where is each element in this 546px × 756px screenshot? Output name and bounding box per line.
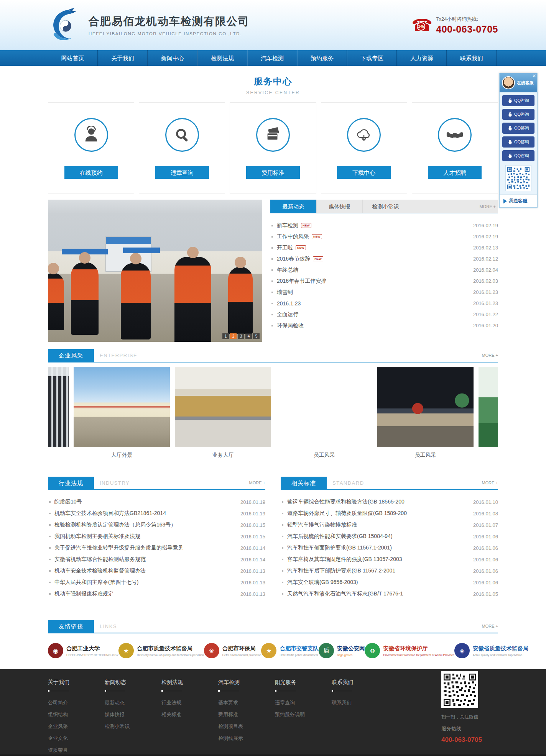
qq-consult-button-2[interactable]: QQ咨询 (502, 109, 534, 120)
standard-row[interactable]: 汽车后视镜的性能和安装要求(GB 15084-94)2016.01.06 (281, 531, 498, 542)
partner-traffic-police[interactable]: ★ 合肥市交警支队Hefei traffic police detachment (261, 643, 319, 658)
nav-item-inspection[interactable]: 汽车检测 (247, 50, 297, 66)
service-card-violation[interactable]: 违章查询 (139, 102, 225, 194)
standard-row[interactable]: 天然气汽车和液化石油气汽车标志(GB/T 17676-12016.01.05 (281, 588, 498, 600)
industry-row[interactable]: 安徽省机动车综合性能检测站服务规范2016.01.14 (48, 554, 265, 565)
links-tab[interactable]: 友情链接 (48, 620, 94, 633)
service-card-recruit[interactable]: 人才招聘 (412, 102, 498, 194)
gallery-photo-partial-right[interactable] (479, 367, 498, 447)
partner-anhui-quality-bureau[interactable]: ◈ 安徽省质量技术监督局Anhui quality and technical … (454, 643, 528, 658)
footer-link[interactable]: 企业风采 (48, 720, 105, 732)
qq-consult-button-3[interactable]: QQ咨询 (502, 123, 534, 134)
tab-latest-news[interactable]: 最新动态 (270, 200, 316, 213)
footer-link[interactable]: 资质荣誉 (48, 744, 105, 756)
news-row[interactable]: 年终总结2016.02.04 (270, 264, 498, 276)
standard-row[interactable]: 轻型汽车排气污染物排放标准2016.01.07 (281, 519, 498, 531)
news-row[interactable]: 2016.1.232016.01.23 (270, 298, 498, 309)
news-row[interactable]: 工作中的风采NEW2016.02.19 (270, 231, 498, 242)
violation-query-button[interactable]: 违章查询 (155, 166, 209, 179)
footer-link[interactable]: 媒体快报 (105, 708, 161, 720)
close-icon[interactable]: ✕ (532, 74, 536, 78)
footer-link[interactable]: 检测小常识 (105, 720, 161, 732)
industry-more-link[interactable]: MORE + (249, 477, 265, 489)
news-row[interactable]: 全面运行2016.01.22 (270, 309, 498, 320)
footer-link[interactable]: 违章查询 (275, 697, 332, 708)
recruitment-button[interactable]: 人才招聘 (428, 166, 482, 179)
footer-link[interactable]: 预约服务说明 (275, 708, 332, 720)
gallery-item[interactable]: 员工风采 (276, 367, 372, 459)
standard-row[interactable]: 营运车辆综合性能要求和检验方法(GB 18565-2002016.01.10 (281, 496, 498, 508)
qq-consult-button-1[interactable]: QQ咨询 (502, 95, 534, 106)
download-center-button[interactable]: 下载中心 (337, 166, 391, 179)
online-booking-button[interactable]: 在线预约 (64, 166, 118, 179)
footer-link[interactable]: 组织结构 (48, 708, 105, 720)
partner-anhui-epd[interactable]: ♻ 安徽省环境保护厅Environmental Protection Depar… (365, 643, 454, 658)
partner-anhui-police-net[interactable]: 盾 安徽公安网ahga.gov.cn (319, 643, 365, 658)
service-card-download[interactable]: 下载中心 (321, 102, 407, 194)
industry-row[interactable]: 关于促进汽车维修业转型升级提升服务质量的指导意见2016.01.14 (48, 542, 265, 554)
partner-hefei-epa[interactable]: ❀ 合肥市环保局Hefei environmental protection (204, 643, 261, 658)
nav-item-regulations[interactable]: 检测法规 (197, 50, 247, 66)
footer-link[interactable]: 联系我们 (332, 697, 388, 708)
footer-link[interactable]: 企业文化 (48, 732, 105, 744)
company-logo[interactable]: 合肥易佰龙机动车检测有限公司 HEFEI YIBAILONG MOTOR VEH… (48, 8, 250, 43)
gallery-item[interactable]: 员工风采 (377, 367, 474, 459)
standard-more-link[interactable]: MORE + (482, 477, 498, 489)
carousel-page-1[interactable]: 1 (222, 333, 229, 339)
nav-item-about[interactable]: 关于我们 (98, 50, 148, 66)
news-row[interactable]: 瑞雪到2016.01.23 (270, 287, 498, 298)
service-card-fees[interactable]: 费用标准 (230, 102, 316, 194)
photo-carousel[interactable]: 1 2 3 4 5 (48, 200, 262, 342)
carousel-page-3[interactable]: 3 (238, 333, 244, 339)
standard-tab[interactable]: 相关标准 (281, 477, 327, 489)
carousel-page-2-active[interactable]: 2 (230, 333, 237, 339)
industry-tab[interactable]: 行业法规 (48, 477, 94, 489)
partner-hefei-quality-bureau[interactable]: ★ 合肥市质量技术监督局Hefei city bureau of quality… (118, 643, 204, 658)
footer-link[interactable]: 相关标准 (161, 708, 218, 720)
news-row[interactable]: 新车检测NEW2016.02.19 (270, 220, 498, 231)
news-row[interactable]: 2016年春节工作安排2016.02.03 (270, 276, 498, 287)
links-more-link[interactable]: MORE + (482, 620, 498, 633)
industry-row[interactable]: 机动车强制报废标准规定2016.01.13 (48, 588, 265, 600)
i-am-agent-link[interactable]: 我是客服 (500, 194, 537, 207)
partner-hfut[interactable]: ◉ 合肥工业大学HEFEI UNIVERSITY OF TECHNOLOGY (48, 643, 118, 658)
footer-link[interactable]: 检测线展示 (218, 732, 275, 744)
standard-row[interactable]: 汽车安全玻璃(GB 9656-2003)2016.01.06 (281, 577, 498, 588)
nav-item-downloads[interactable]: 下载专区 (347, 50, 397, 66)
industry-row[interactable]: 检验检测机构资质认定管理办法（总局令第163号）2016.01.15 (48, 519, 265, 531)
standard-row[interactable]: 道路车辆外廓尺寸、轴荷及质量限值(GB 1589-2002016.01.08 (281, 508, 498, 519)
tab-inspection-tips[interactable]: 检测小常识 (362, 200, 408, 213)
news-row[interactable]: 2016春节致辞NEW2016.02.12 (270, 253, 498, 264)
nav-item-booking[interactable]: 预约服务 (297, 50, 347, 66)
standard-row[interactable]: 汽车和挂车侧面防护要求(GB 11567.1-2001)2016.01.06 (281, 542, 498, 554)
qq-consult-button-4[interactable]: QQ咨询 (502, 136, 534, 148)
gallery-item[interactable]: 业务大厅 (175, 367, 271, 459)
nav-item-hr[interactable]: 人力资源 (397, 50, 447, 66)
industry-row[interactable]: 我国机动车检测主要相关标准及法规2016.01.15 (48, 531, 265, 542)
gallery-item[interactable]: 大厅外景 (74, 367, 170, 459)
news-row[interactable]: 环保局验收2016.01.20 (270, 320, 498, 331)
industry-row[interactable]: 机动车安全技术检验项目和方法GB21861-20142016.01.19 (48, 508, 265, 519)
news-row[interactable]: 开工啦NEW2016.02.13 (270, 242, 498, 253)
footer-link[interactable]: 公司简介 (48, 697, 105, 708)
tab-media-report[interactable]: 媒体快报 (316, 200, 362, 213)
fee-standard-button[interactable]: 费用标准 (246, 166, 300, 179)
industry-row[interactable]: 机动车安全技术检验机构监督管理办法2016.01.13 (48, 565, 265, 577)
service-card-booking[interactable]: 在线预约 (48, 102, 134, 194)
footer-link[interactable]: 基本要求 (218, 697, 275, 708)
footer-link[interactable]: 最新动态 (105, 697, 161, 708)
news-more-link[interactable]: MORE + (480, 200, 498, 213)
nav-item-home[interactable]: 网站首页 (48, 50, 98, 66)
nav-item-contact[interactable]: 联系我们 (447, 50, 497, 66)
qq-consult-button-5[interactable]: QQ咨询 (502, 150, 534, 161)
carousel-page-4[interactable]: 4 (245, 333, 252, 339)
footer-link[interactable]: 费用标准 (218, 708, 275, 720)
standard-row[interactable]: 汽车和挂车后下部防护要求(GB 11567.2-20012016.01.06 (281, 565, 498, 577)
gallery-photo-partial-left[interactable] (48, 367, 69, 447)
industry-row[interactable]: 皖质函10号2016.01.19 (48, 496, 265, 508)
footer-link[interactable]: 检测项目表 (218, 720, 275, 732)
industry-row[interactable]: 中华人民共和国主席令(第四十七号)2016.01.13 (48, 577, 265, 588)
nav-item-news[interactable]: 新闻中心 (148, 50, 197, 66)
footer-link[interactable]: 行业法规 (161, 697, 218, 708)
enterprise-more-link[interactable]: MORE + (482, 349, 498, 362)
